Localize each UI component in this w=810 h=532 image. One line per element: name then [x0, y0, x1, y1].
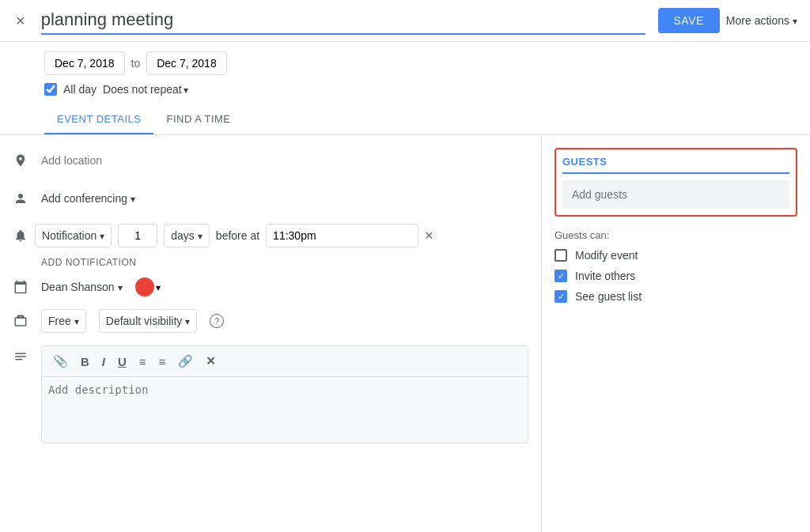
visibility-dropdown[interactable]: Default visibility — [99, 309, 197, 333]
tab-event-details[interactable]: EVENT DETAILS — [44, 105, 153, 134]
status-chevron-icon — [74, 315, 79, 327]
description-toolbar: 📎 B I U ≡ ≡ 🔗 ✕ — [42, 346, 528, 377]
guests-can-label: Guests can: — [555, 229, 797, 241]
guests-panel: GUESTS Guests can: Modify event ✓ Invite… — [541, 135, 810, 532]
date-row: Dec 7, 2018 to Dec 7, 2018 — [0, 42, 810, 78]
allday-row: All day Does not repeat — [0, 78, 810, 105]
notification-type-dropdown[interactable]: Notification — [35, 224, 112, 247]
italic-button[interactable]: I — [97, 352, 110, 372]
chevron-down-icon — [793, 14, 797, 27]
date-to-label: to — [131, 57, 141, 70]
location-row — [0, 141, 541, 179]
description-textarea[interactable] — [42, 377, 528, 440]
remove-format-button[interactable]: ✕ — [201, 351, 221, 372]
calendar-icon — [13, 279, 28, 295]
conferencing-row: Add conferencing — [0, 179, 541, 217]
calendar-owner-label: Dean Shanson — [41, 281, 115, 293]
event-details-panel: Add conferencing Notification days befor… — [0, 135, 541, 532]
bold-button[interactable]: B — [76, 352, 94, 372]
invite-others-checkbox[interactable]: ✓ — [555, 270, 567, 282]
guest-option-modify-event: Modify event — [555, 249, 797, 262]
tabs: EVENT DETAILS FIND A TIME — [0, 105, 810, 135]
all-day-checkbox[interactable] — [44, 83, 57, 96]
notification-row: Notification days before at × — [0, 217, 541, 254]
more-actions-label: More actions — [726, 14, 789, 27]
add-conferencing-button[interactable]: Add conferencing — [41, 192, 135, 205]
notification-icon — [13, 228, 28, 243]
conferencing-icon — [13, 191, 28, 206]
status-label: Free — [48, 315, 71, 327]
main-content: Add conferencing Notification days befor… — [0, 135, 810, 532]
description-row: 📎 B I U ≡ ≡ 🔗 ✕ — [0, 339, 541, 450]
color-picker-button[interactable] — [135, 277, 161, 296]
start-date-button[interactable]: Dec 7, 2018 — [44, 51, 125, 75]
header: × SAVE More actions — [0, 0, 810, 42]
visibility-chevron-icon — [185, 315, 190, 327]
calendar-owner-dropdown[interactable]: Dean Shanson — [41, 281, 123, 293]
guest-option-invite-others: ✓ Invite others — [555, 270, 797, 282]
invite-others-label: Invite others — [575, 270, 635, 282]
end-date-button[interactable]: Dec 7, 2018 — [146, 51, 227, 75]
color-chevron-icon — [156, 281, 161, 293]
calendar-row: Dean Shanson — [0, 271, 541, 303]
notification-time-input[interactable] — [266, 224, 418, 247]
conferencing-label: Add conferencing — [41, 192, 127, 205]
notification-type-label: Notification — [42, 229, 97, 242]
briefcase-icon — [13, 313, 28, 329]
conferencing-content: Add conferencing — [41, 192, 528, 205]
unordered-list-button[interactable]: ≡ — [154, 352, 171, 372]
attach-button[interactable]: 📎 — [48, 351, 73, 372]
cal-chevron-icon — [118, 281, 123, 293]
tab-find-time[interactable]: FIND A TIME — [153, 105, 243, 134]
location-input[interactable] — [41, 154, 528, 167]
event-title-input[interactable] — [41, 6, 645, 35]
notif-type-chevron-icon — [100, 229, 104, 242]
notification-unit-dropdown[interactable]: days — [164, 224, 210, 247]
save-button[interactable]: SAVE — [658, 8, 720, 33]
remove-notification-button[interactable]: × — [425, 228, 433, 244]
ordered-list-button[interactable]: ≡ — [134, 352, 151, 372]
underline-button[interactable]: U — [113, 352, 131, 372]
notif-unit-chevron-icon — [198, 229, 202, 242]
more-actions-button[interactable]: More actions — [726, 14, 797, 27]
modify-event-label: Modify event — [575, 249, 638, 262]
add-guests-input[interactable] — [562, 180, 789, 209]
location-content — [41, 154, 528, 167]
modify-event-checkbox[interactable] — [555, 249, 567, 262]
help-icon[interactable]: ? — [210, 314, 224, 328]
conf-chevron-icon — [131, 192, 135, 205]
notification-unit-label: days — [171, 229, 195, 242]
header-actions: SAVE More actions — [658, 8, 797, 33]
link-button[interactable]: 🔗 — [173, 351, 198, 372]
status-dropdown[interactable]: Free — [41, 309, 86, 333]
guest-option-see-guest-list: ✓ See guest list — [555, 290, 797, 303]
description-editor: 📎 B I U ≡ ≡ 🔗 ✕ — [41, 345, 528, 443]
location-icon — [13, 153, 28, 168]
status-row: Free Default visibility ? — [0, 303, 541, 339]
before-at-label: before at — [216, 229, 259, 242]
repeat-dropdown[interactable]: Does not repeat — [103, 83, 188, 96]
close-button[interactable]: × — [13, 9, 28, 33]
notification-value-input[interactable] — [118, 224, 157, 247]
visibility-label: Default visibility — [106, 315, 182, 327]
guests-highlighted-section: GUESTS — [555, 148, 797, 217]
guests-tab-label: GUESTS — [562, 156, 789, 174]
repeat-chevron-icon — [184, 83, 188, 96]
see-guest-list-checkbox[interactable]: ✓ — [555, 290, 567, 303]
repeat-label: Does not repeat — [103, 83, 182, 96]
description-icon — [13, 345, 28, 361]
all-day-label: All day — [63, 83, 97, 96]
add-notification-label[interactable]: ADD NOTIFICATION — [0, 254, 541, 271]
color-circle — [135, 277, 154, 296]
see-guest-list-label: See guest list — [575, 290, 642, 303]
